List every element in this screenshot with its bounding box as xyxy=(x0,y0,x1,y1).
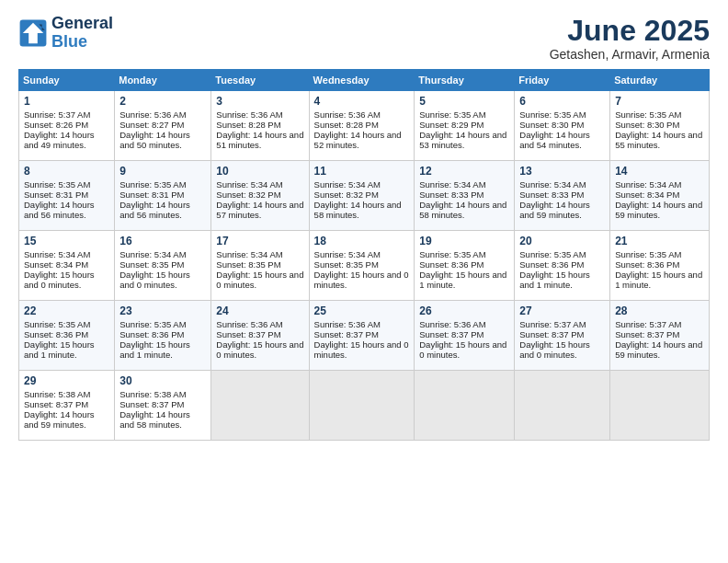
sunrise: Sunrise: 5:34 AM xyxy=(314,249,381,259)
daylight: Daylight: 14 hours and 56 minutes. xyxy=(24,200,95,220)
table-cell: 17 Sunrise: 5:34 AM Sunset: 8:35 PM Dayl… xyxy=(211,231,309,301)
title-block: June 2025 Getashen, Armavir, Armenia xyxy=(550,15,710,62)
table-cell: 1 Sunrise: 5:37 AM Sunset: 8:26 PM Dayli… xyxy=(19,91,115,161)
day-number: 13 xyxy=(519,165,605,178)
calendar-table: Sunday Monday Tuesday Wednesday Thursday… xyxy=(18,69,710,441)
sunrise: Sunrise: 5:34 AM xyxy=(119,249,186,259)
calendar-row: 1 Sunrise: 5:37 AM Sunset: 8:26 PM Dayli… xyxy=(19,91,710,161)
day-number: 11 xyxy=(314,165,410,178)
sunset: Sunset: 8:28 PM xyxy=(314,120,379,130)
day-number: 24 xyxy=(216,304,303,317)
table-cell: 21 Sunrise: 5:35 AM Sunset: 8:36 PM Dayl… xyxy=(610,231,710,301)
daylight: Daylight: 15 hours and 0 minutes. xyxy=(314,339,409,360)
day-number: 21 xyxy=(615,235,704,247)
sunset: Sunset: 8:37 PM xyxy=(419,329,483,339)
col-wednesday: Wednesday xyxy=(309,70,415,91)
day-number: 5 xyxy=(419,95,509,108)
sunset: Sunset: 8:35 PM xyxy=(216,259,280,270)
sunset: Sunset: 8:32 PM xyxy=(314,190,379,200)
daylight: Daylight: 14 hours and 55 minutes. xyxy=(615,130,702,150)
day-number: 3 xyxy=(216,95,303,108)
subtitle: Getashen, Armavir, Armenia xyxy=(550,47,710,62)
daylight: Daylight: 14 hours and 57 minutes. xyxy=(216,200,303,220)
table-cell xyxy=(415,371,515,441)
table-cell xyxy=(610,371,710,441)
table-cell xyxy=(515,371,610,441)
sunrise: Sunrise: 5:36 AM xyxy=(419,319,485,329)
table-cell: 16 Sunrise: 5:34 AM Sunset: 8:35 PM Dayl… xyxy=(115,231,211,301)
daylight: Daylight: 15 hours and 1 minute. xyxy=(119,339,190,360)
sunrise: Sunrise: 5:34 AM xyxy=(615,179,681,190)
daylight: Daylight: 14 hours and 58 minutes. xyxy=(119,409,190,430)
sunset: Sunset: 8:36 PM xyxy=(24,329,88,339)
day-number: 16 xyxy=(119,235,206,247)
day-number: 22 xyxy=(24,304,109,317)
table-cell: 12 Sunrise: 5:34 AM Sunset: 8:33 PM Dayl… xyxy=(415,161,515,231)
sunrise: Sunrise: 5:36 AM xyxy=(216,109,282,120)
day-number: 26 xyxy=(419,304,509,317)
table-cell: 6 Sunrise: 5:35 AM Sunset: 8:30 PM Dayli… xyxy=(515,91,610,161)
sunrise: Sunrise: 5:36 AM xyxy=(119,109,186,120)
day-number: 7 xyxy=(615,95,704,108)
sunset: Sunset: 8:37 PM xyxy=(216,329,280,339)
logo-icon xyxy=(18,18,48,48)
table-cell: 25 Sunrise: 5:36 AM Sunset: 8:37 PM Dayl… xyxy=(309,301,415,371)
sunset: Sunset: 8:27 PM xyxy=(119,120,184,130)
day-number: 4 xyxy=(314,95,410,108)
day-number: 28 xyxy=(615,304,704,317)
sunset: Sunset: 8:33 PM xyxy=(519,190,584,200)
col-friday: Friday xyxy=(515,70,610,91)
day-number: 29 xyxy=(24,374,109,387)
daylight: Daylight: 14 hours and 49 minutes. xyxy=(24,130,95,150)
daylight: Daylight: 15 hours and 0 minutes. xyxy=(519,339,590,360)
table-cell: 13 Sunrise: 5:34 AM Sunset: 8:33 PM Dayl… xyxy=(515,161,610,231)
calendar-row: 15 Sunrise: 5:34 AM Sunset: 8:34 PM Dayl… xyxy=(19,231,710,301)
sunrise: Sunrise: 5:35 AM xyxy=(519,249,586,259)
daylight: Daylight: 14 hours and 53 minutes. xyxy=(419,130,506,150)
sunrise: Sunrise: 5:34 AM xyxy=(519,179,586,190)
calendar-body: 1 Sunrise: 5:37 AM Sunset: 8:26 PM Dayli… xyxy=(19,91,710,441)
day-number: 30 xyxy=(119,374,206,387)
daylight: Daylight: 14 hours and 50 minutes. xyxy=(119,130,190,150)
sunrise: Sunrise: 5:37 AM xyxy=(519,319,586,329)
daylight: Daylight: 15 hours and 0 minutes. xyxy=(314,270,409,290)
table-cell: 18 Sunrise: 5:34 AM Sunset: 8:35 PM Dayl… xyxy=(309,231,415,301)
day-number: 10 xyxy=(216,165,303,178)
sunrise: Sunrise: 5:34 AM xyxy=(216,249,282,259)
daylight: Daylight: 15 hours and 0 minutes. xyxy=(419,339,506,360)
sunrise: Sunrise: 5:38 AM xyxy=(119,389,186,399)
calendar-row: 22 Sunrise: 5:35 AM Sunset: 8:36 PM Dayl… xyxy=(19,301,710,371)
sunset: Sunset: 8:37 PM xyxy=(24,399,88,409)
daylight: Daylight: 14 hours and 51 minutes. xyxy=(216,130,303,150)
sunset: Sunset: 8:37 PM xyxy=(615,329,679,339)
table-cell: 14 Sunrise: 5:34 AM Sunset: 8:34 PM Dayl… xyxy=(610,161,710,231)
table-cell: 5 Sunrise: 5:35 AM Sunset: 8:29 PM Dayli… xyxy=(415,91,515,161)
daylight: Daylight: 14 hours and 58 minutes. xyxy=(419,200,506,220)
sunrise: Sunrise: 5:35 AM xyxy=(119,179,186,190)
table-cell xyxy=(211,371,309,441)
day-number: 6 xyxy=(519,95,605,108)
daylight: Daylight: 14 hours and 56 minutes. xyxy=(119,200,190,220)
main-title: June 2025 xyxy=(550,15,710,47)
logo-text: General Blue xyxy=(51,15,113,52)
logo: General Blue xyxy=(18,15,113,52)
calendar-row: 8 Sunrise: 5:35 AM Sunset: 8:31 PM Dayli… xyxy=(19,161,710,231)
table-cell: 24 Sunrise: 5:36 AM Sunset: 8:37 PM Dayl… xyxy=(211,301,309,371)
sunrise: Sunrise: 5:37 AM xyxy=(615,319,681,329)
daylight: Daylight: 15 hours and 1 minute. xyxy=(419,270,506,290)
sunrise: Sunrise: 5:36 AM xyxy=(314,109,381,120)
daylight: Daylight: 15 hours and 1 minute. xyxy=(519,270,590,290)
daylight: Daylight: 14 hours and 59 minutes. xyxy=(519,200,590,220)
day-number: 23 xyxy=(119,304,206,317)
day-number: 17 xyxy=(216,235,303,247)
table-cell: 19 Sunrise: 5:35 AM Sunset: 8:36 PM Dayl… xyxy=(415,231,515,301)
day-number: 2 xyxy=(119,95,206,108)
sunrise: Sunrise: 5:35 AM xyxy=(419,109,485,120)
table-cell: 29 Sunrise: 5:38 AM Sunset: 8:37 PM Dayl… xyxy=(19,371,115,441)
table-cell: 15 Sunrise: 5:34 AM Sunset: 8:34 PM Dayl… xyxy=(19,231,115,301)
daylight: Daylight: 15 hours and 1 minute. xyxy=(24,339,95,360)
table-cell: 28 Sunrise: 5:37 AM Sunset: 8:37 PM Dayl… xyxy=(610,301,710,371)
day-number: 12 xyxy=(419,165,509,178)
table-cell: 7 Sunrise: 5:35 AM Sunset: 8:30 PM Dayli… xyxy=(610,91,710,161)
table-cell: 10 Sunrise: 5:34 AM Sunset: 8:32 PM Dayl… xyxy=(211,161,309,231)
